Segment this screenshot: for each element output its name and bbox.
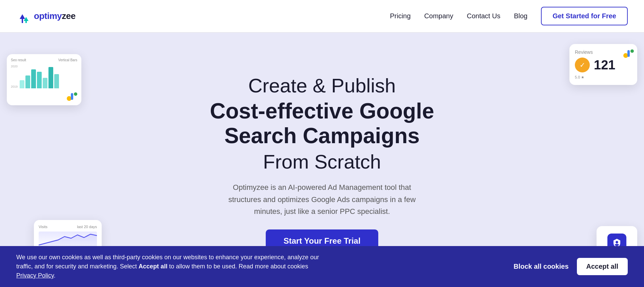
- google-ads-logo-icon: [66, 90, 77, 101]
- chart-year1: 2020: [11, 65, 18, 68]
- cookie-banner: We use our own cookies as well as third-…: [0, 246, 644, 287]
- google-ads-review-logo-icon: [623, 47, 634, 58]
- svg-point-2: [67, 96, 72, 101]
- nav-pricing[interactable]: Pricing: [390, 12, 410, 20]
- hero-content: Create & Publish Cost-effective Google S…: [169, 53, 475, 266]
- chart-label-left: Seo result: [11, 58, 26, 62]
- reviews-row: ✓ 121: [575, 58, 615, 72]
- chart-label-right: Vertical Bars: [58, 58, 77, 62]
- hero-title-line2: Cost-effective Google Search Campaigns: [178, 99, 466, 149]
- svg-marker-0: [20, 14, 25, 23]
- nav-company[interactable]: Company: [424, 12, 454, 20]
- svg-rect-3: [71, 93, 73, 100]
- block-cookies-button[interactable]: Block all cookies: [514, 263, 568, 270]
- logo-icon: [16, 9, 31, 23]
- main-nav: Pricing Company Contact Us Blog Get Star…: [390, 7, 628, 25]
- cookie-text: We use our own cookies as well as third-…: [16, 253, 321, 280]
- visits-period: last 20 days: [77, 225, 97, 229]
- reviews-label: Reviews: [575, 49, 593, 55]
- hero-title-line1: Create & Publish: [178, 74, 466, 97]
- logo[interactable]: optimyzee: [16, 9, 76, 23]
- svg-point-4: [74, 92, 77, 96]
- reviews-badge-icon: ✓: [575, 58, 590, 72]
- logo-arrows-icon: [16, 9, 31, 23]
- header: optimyzee Pricing Company Contact Us Blo…: [0, 0, 644, 32]
- hero-subtitle: Optimyzee is an AI-powered Ad Management…: [217, 181, 427, 217]
- accept-all-button[interactable]: Accept all: [577, 258, 628, 275]
- svg-point-7: [630, 49, 634, 53]
- cookie-actions: Block all cookies Accept all: [514, 258, 628, 275]
- hero-title-line3: From Scratch: [178, 150, 466, 174]
- hero-section: Seo result Vertical Bars 2020 2019: [0, 0, 644, 287]
- reviews-count: 121: [594, 58, 615, 72]
- svg-point-5: [623, 53, 628, 58]
- get-started-button[interactable]: Get Started for Free: [541, 7, 628, 25]
- logo-text: optimyzee: [34, 11, 76, 21]
- nav-contact[interactable]: Contact Us: [467, 12, 500, 20]
- visits-label: Visits: [39, 225, 47, 229]
- nav-blog[interactable]: Blog: [514, 12, 527, 20]
- privacy-policy-link[interactable]: Privacy Policy: [16, 272, 54, 279]
- chart-year2: 2019: [11, 85, 18, 88]
- chart-card: Seo result Vertical Bars 2020 2019: [7, 54, 81, 105]
- svg-rect-6: [627, 50, 630, 57]
- reviews-rating: 5.0 ★: [575, 75, 584, 80]
- reviews-card: Reviews ✓ 121 5.0 ★: [569, 44, 637, 85]
